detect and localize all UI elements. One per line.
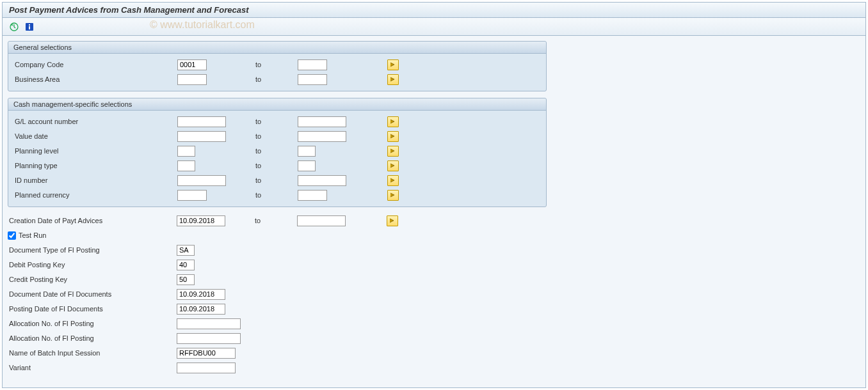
- business-area-label: Business Area: [13, 75, 177, 83]
- page-title: Post Payment Advices from Cash Managemen…: [3, 3, 865, 18]
- creation-date-from-input[interactable]: [177, 215, 225, 226]
- company-code-from-input[interactable]: [177, 59, 207, 70]
- id-number-label: ID number: [13, 176, 177, 184]
- creation-date-to-input[interactable]: [297, 215, 346, 226]
- planning-type-label: Planning type: [13, 162, 177, 169]
- alloc-no-2-label: Allocation No. of FI Posting: [8, 334, 177, 342]
- alloc-no-2-input[interactable]: [177, 333, 241, 344]
- business-area-row: Business Area to: [13, 72, 541, 86]
- id-number-from-input[interactable]: [177, 175, 226, 186]
- planning-level-from-input[interactable]: [177, 146, 195, 157]
- gl-account-to-input[interactable]: [298, 116, 346, 127]
- info-icon[interactable]: [23, 21, 36, 33]
- doc-date-row: Document Date of FI Documents: [8, 287, 860, 301]
- debit-key-label: Debit Posting Key: [8, 261, 177, 269]
- to-label: to: [254, 147, 298, 155]
- value-date-from-input[interactable]: [177, 131, 226, 142]
- multiple-selection-button[interactable]: [387, 116, 399, 127]
- id-number-to-input[interactable]: [298, 175, 346, 186]
- general-selections-group: General selections Company Code to Busin…: [8, 41, 547, 91]
- business-area-from-input[interactable]: [177, 74, 207, 85]
- debit-key-row: Debit Posting Key: [8, 258, 860, 272]
- gl-account-from-input[interactable]: [177, 116, 226, 127]
- creation-date-label: Creation Date of Payt Advices: [8, 217, 177, 224]
- to-label: to: [254, 75, 298, 83]
- credit-key-row: Credit Posting Key: [8, 272, 860, 286]
- multiple-selection-button[interactable]: [387, 59, 399, 70]
- content-area: General selections Company Code to Busin…: [3, 36, 865, 380]
- doc-type-label: Document Type of FI Posting: [8, 246, 177, 254]
- to-label: to: [254, 132, 298, 140]
- planned-currency-label: Planned currency: [13, 191, 177, 199]
- batch-name-input[interactable]: [177, 348, 236, 359]
- test-run-row: Test Run: [8, 228, 860, 242]
- company-code-label: Company Code: [13, 61, 177, 68]
- execute-icon[interactable]: [8, 21, 20, 33]
- test-run-checkbox[interactable]: [8, 231, 16, 240]
- company-code-to-input[interactable]: [298, 59, 327, 70]
- doc-date-label: Document Date of FI Documents: [8, 290, 177, 298]
- planning-type-from-input[interactable]: [177, 160, 195, 171]
- batch-name-label: Name of Batch Input Session: [8, 349, 177, 357]
- multiple-selection-button[interactable]: [387, 131, 399, 142]
- doc-date-input[interactable]: [177, 289, 225, 300]
- test-run-label: Test Run: [19, 231, 46, 239]
- id-number-row: ID number to: [13, 173, 541, 187]
- cash-management-header: Cash management-specific selections: [8, 98, 546, 111]
- planning-type-to-input[interactable]: [298, 160, 316, 171]
- credit-key-label: Credit Posting Key: [8, 276, 177, 283]
- planned-currency-from-input[interactable]: [177, 190, 207, 201]
- alloc-no-2-row: Allocation No. of FI Posting: [8, 331, 860, 345]
- doc-type-row: Document Type of FI Posting: [8, 243, 860, 257]
- value-date-label: Value date: [13, 132, 177, 140]
- watermark-text: © www.tutorialkart.com: [150, 19, 255, 31]
- toolbar: © www.tutorialkart.com: [3, 18, 865, 36]
- gl-account-label: G/L account number: [13, 118, 177, 125]
- cash-management-group: Cash management-specific selections G/L …: [8, 98, 547, 207]
- multiple-selection-button[interactable]: [387, 190, 399, 201]
- variant-input[interactable]: [177, 363, 236, 373]
- to-label: to: [254, 61, 298, 68]
- to-label: to: [253, 217, 297, 224]
- additional-fields: Creation Date of Payt Advices to Test Ru…: [8, 214, 860, 375]
- doc-type-input[interactable]: [177, 245, 195, 256]
- planning-level-to-input[interactable]: [298, 146, 316, 157]
- batch-name-row: Name of Batch Input Session: [8, 346, 860, 360]
- multiple-selection-button[interactable]: [387, 74, 399, 85]
- planned-currency-row: Planned currency to: [13, 188, 541, 202]
- svg-rect-2: [29, 24, 30, 26]
- svg-rect-3: [29, 26, 30, 29]
- planning-level-row: Planning level to: [13, 144, 541, 158]
- planning-type-row: Planning type to: [13, 159, 541, 173]
- alloc-no-1-row: Allocation No. of FI Posting: [8, 316, 860, 331]
- debit-key-input[interactable]: [177, 260, 195, 270]
- planned-currency-to-input[interactable]: [298, 190, 327, 201]
- to-label: to: [254, 118, 298, 125]
- alloc-no-1-label: Allocation No. of FI Posting: [8, 320, 177, 327]
- creation-date-row: Creation Date of Payt Advices to: [8, 214, 860, 228]
- to-label: to: [254, 162, 298, 169]
- company-code-row: Company Code to: [13, 58, 541, 72]
- posting-date-input[interactable]: [177, 304, 225, 315]
- gl-account-row: G/L account number to: [13, 114, 541, 129]
- business-area-to-input[interactable]: [298, 74, 327, 85]
- alloc-no-1-input[interactable]: [177, 318, 241, 329]
- value-date-row: Value date to: [13, 129, 541, 143]
- to-label: to: [254, 176, 298, 184]
- posting-date-label: Posting Date of FI Documents: [8, 305, 177, 313]
- window-frame: Post Payment Advices from Cash Managemen…: [2, 2, 866, 388]
- variant-label: Variant: [8, 364, 177, 371]
- posting-date-row: Posting Date of FI Documents: [8, 302, 860, 316]
- credit-key-input[interactable]: [177, 274, 195, 285]
- general-selections-header: General selections: [8, 42, 546, 54]
- multiple-selection-button[interactable]: [387, 175, 399, 186]
- planning-level-label: Planning level: [13, 147, 177, 155]
- value-date-to-input[interactable]: [298, 131, 346, 142]
- to-label: to: [254, 191, 298, 199]
- multiple-selection-button[interactable]: [387, 160, 399, 171]
- variant-row: Variant: [8, 361, 860, 375]
- multiple-selection-button[interactable]: [387, 146, 399, 157]
- multiple-selection-button[interactable]: [387, 215, 398, 226]
